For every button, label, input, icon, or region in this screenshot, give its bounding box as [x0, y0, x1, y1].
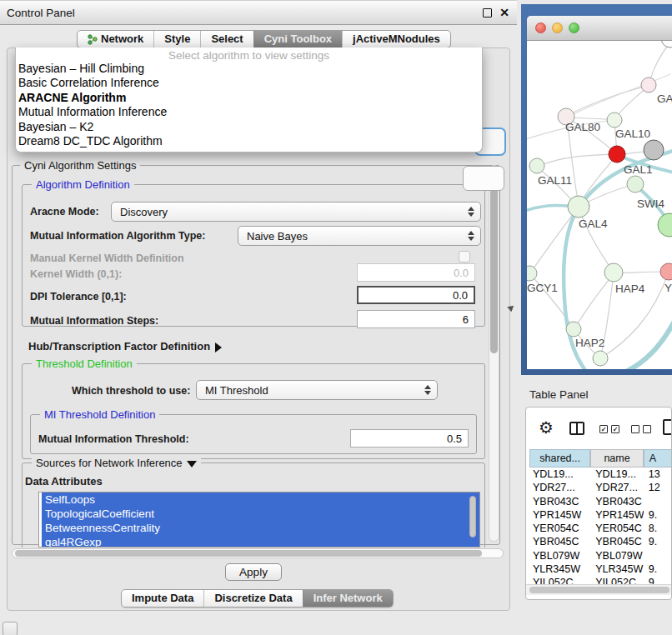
- network-window-titlebar[interactable]: [527, 16, 672, 41]
- mi-threshold-field[interactable]: [350, 429, 469, 448]
- table-row[interactable]: YBR043CYBR043C: [529, 495, 672, 508]
- expand-right-icon: [215, 342, 222, 352]
- combo-arrows-icon: [464, 207, 477, 217]
- tab-style[interactable]: Style: [153, 31, 200, 48]
- scrollbar-thumb[interactable]: [529, 587, 669, 593]
- algorithm-option-mutual-information-inference[interactable]: Mutual Information Inference: [16, 105, 482, 119]
- network-node[interactable]: [568, 196, 589, 218]
- table-cell: YLR345W: [529, 562, 590, 576]
- table-cell: 9.: [644, 508, 672, 522]
- tab-label: Style: [164, 31, 190, 48]
- which-threshold-select[interactable]: MI Threshold: [196, 380, 438, 400]
- table-cell: YDR27...: [590, 481, 644, 494]
- tab-infer-network[interactable]: Infer Network: [303, 590, 393, 607]
- apply-button[interactable]: Apply: [225, 563, 282, 581]
- data-attribute-item[interactable]: SelfLoops: [42, 492, 479, 507]
- table-cell: 12: [644, 481, 672, 494]
- control-panel-titlebar: Control Panel ✕: [0, 0, 517, 25]
- node-label-gal10: GAL10: [615, 128, 650, 140]
- network-view-window: GALGAL80GAL10GAL1GAL11SWI4GAL4GCY1HAP4YH…: [527, 16, 672, 369]
- scrollbar-thumb[interactable]: [15, 550, 482, 557]
- algorithm-option-bayesian-hill-climbing[interactable]: Bayesian – Hill Climbing: [16, 62, 482, 76]
- aracne-mode-select[interactable]: Discovery: [111, 202, 481, 222]
- algorithm-dropdown-popup: Select algorithm to view settings Bayesi…: [15, 48, 483, 152]
- network-edge[interactable]: [537, 154, 615, 167]
- table-row[interactable]: YBL079WYBL079W: [529, 549, 672, 562]
- network-node[interactable]: [529, 158, 544, 173]
- manual-kernel-width-label: Manual Kernel Width Definition: [30, 252, 184, 264]
- table-row[interactable]: YDL19...YDL19...13: [529, 468, 672, 481]
- table-cell: 9.: [644, 535, 672, 548]
- table-row[interactable]: YLR345WYLR345W9.: [529, 562, 672, 576]
- list-scrollbar-thumb[interactable]: [469, 496, 476, 538]
- table-cell: YBL079W: [529, 549, 590, 562]
- network-node[interactable]: [607, 112, 622, 128]
- tab-network[interactable]: Network: [78, 31, 153, 48]
- minimize-traffic-button[interactable]: [552, 22, 563, 33]
- mi-algorithm-type-select[interactable]: Naive Bayes: [238, 226, 481, 246]
- manual-kernel-width-checkbox[interactable]: [459, 251, 470, 262]
- deselect-all-checkboxes-icon[interactable]: [631, 425, 651, 433]
- network-node[interactable]: [658, 213, 672, 237]
- node-label-hap4: HAP4: [615, 282, 645, 295]
- table-cell: [644, 549, 672, 562]
- tab-discretize-data[interactable]: Discretize Data: [203, 590, 302, 607]
- network-node[interactable]: [627, 176, 644, 192]
- column-header-name[interactable]: name: [590, 449, 644, 468]
- network-canvas[interactable]: GALGAL80GAL10GAL1GAL11SWI4GAL4GCY1HAP4YH…: [527, 41, 672, 369]
- mi-steps-field[interactable]: [357, 310, 475, 328]
- tab-jactivemnodules[interactable]: jActiveMNodules: [342, 31, 450, 48]
- network-node[interactable]: [641, 78, 656, 92]
- algorithm-option-aracne-algorithm[interactable]: ARACNE Algorithm: [16, 91, 482, 105]
- select-all-checkboxes-icon[interactable]: ✓ ✓: [599, 425, 619, 433]
- algorithm-option-bayesian-k2[interactable]: Bayesian – K2: [16, 120, 482, 134]
- network-node[interactable]: [566, 322, 581, 337]
- columns-icon[interactable]: [569, 422, 584, 435]
- network-node[interactable]: [661, 41, 672, 48]
- table-row[interactable]: YER054CYER054C8.: [529, 522, 672, 535]
- control-panel-window: Control Panel ✕ NetworkStyleSelectCyni T…: [0, 0, 517, 612]
- dpi-tolerance-field[interactable]: [357, 286, 475, 304]
- checked-box-icon: ✓: [611, 425, 619, 433]
- table-row[interactable]: YDR27...YDR27...12: [529, 481, 672, 494]
- float-window-icon[interactable]: [483, 8, 492, 18]
- data-attribute-item[interactable]: gal4RGexp: [42, 535, 479, 548]
- table-row[interactable]: YBR045CYBR045C9.: [529, 535, 672, 548]
- network-icon: [88, 34, 98, 45]
- kernel-width-field[interactable]: [357, 263, 475, 282]
- zoom-traffic-button[interactable]: [569, 22, 579, 33]
- algorithm-option-basic-correlation-inference[interactable]: Basic Correlation Inference: [16, 76, 482, 90]
- network-edge[interactable]: [530, 207, 579, 273]
- data-attribute-item[interactable]: TopologicalCoefficient: [42, 507, 479, 521]
- network-node[interactable]: [604, 263, 623, 282]
- column-header-shared-[interactable]: shared...: [529, 449, 590, 468]
- node-label-y: Y: [664, 282, 672, 294]
- document-icon[interactable]: [663, 419, 672, 435]
- column-header-a[interactable]: A: [644, 449, 672, 468]
- sources-legend[interactable]: Sources for Network Inference: [32, 457, 201, 469]
- network-node[interactable]: [527, 266, 537, 281]
- algorithm-option-dream8-dc-tdc-algorithm[interactable]: Dream8 DC_TDC Algorithm: [16, 134, 482, 148]
- table-cell: YBR043C: [590, 495, 644, 508]
- close-icon[interactable]: ✕: [499, 6, 509, 19]
- table-horizontal-scrollbar[interactable]: [526, 584, 672, 595]
- data-attribute-item[interactable]: BetweennessCentrality: [42, 521, 479, 535]
- settings-vertical-scrollbar[interactable]: [489, 165, 499, 542]
- network-node[interactable]: [644, 140, 664, 160]
- tab-impute-data[interactable]: Impute Data: [122, 590, 203, 607]
- network-node[interactable]: [593, 351, 608, 366]
- partial-widget[interactable]: [3, 622, 18, 635]
- close-traffic-button[interactable]: [535, 22, 546, 33]
- tab-select[interactable]: Select: [200, 31, 253, 48]
- table-cell: 8.: [644, 522, 672, 535]
- gear-icon[interactable]: ⚙: [539, 418, 554, 438]
- scrollbar-thumb[interactable]: [490, 168, 498, 353]
- settings-horizontal-scrollbar[interactable]: [12, 548, 504, 558]
- network-node[interactable]: [609, 146, 625, 162]
- table-row[interactable]: YPR145WYPR145W9.: [529, 508, 672, 522]
- tab-cyni-toolbox[interactable]: Cyni Toolbox: [253, 31, 342, 48]
- cyni-bottom-tabs: Impute DataDiscretize DataInfer Network: [121, 589, 394, 608]
- hub-definition-toggle[interactable]: Hub/Transcription Factor Definition: [28, 340, 222, 352]
- mi-threshold-label: Mutual Information Threshold:: [38, 433, 189, 445]
- network-node[interactable]: [660, 263, 672, 280]
